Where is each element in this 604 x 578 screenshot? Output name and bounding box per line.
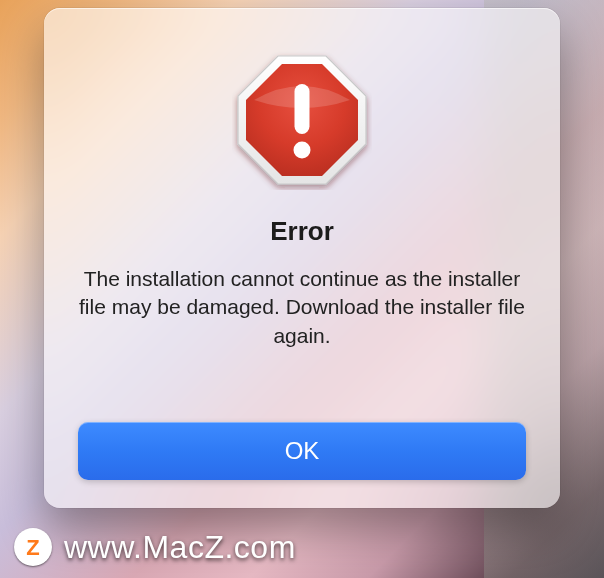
watermark-logo: Z xyxy=(14,528,52,566)
watermark-text: www.MacZ.com xyxy=(64,529,296,566)
svg-point-3 xyxy=(294,142,311,159)
dialog-title: Error xyxy=(270,216,334,247)
dialog-message: The installation cannot continue as the … xyxy=(78,265,526,350)
error-dialog: Error The installation cannot continue a… xyxy=(44,8,560,508)
ok-button[interactable]: OK xyxy=(78,422,526,480)
watermark-logo-glyph: Z xyxy=(26,535,39,561)
stop-alert-icon xyxy=(232,50,372,190)
svg-rect-2 xyxy=(295,84,310,134)
watermark: Z www.MacZ.com xyxy=(14,528,296,566)
